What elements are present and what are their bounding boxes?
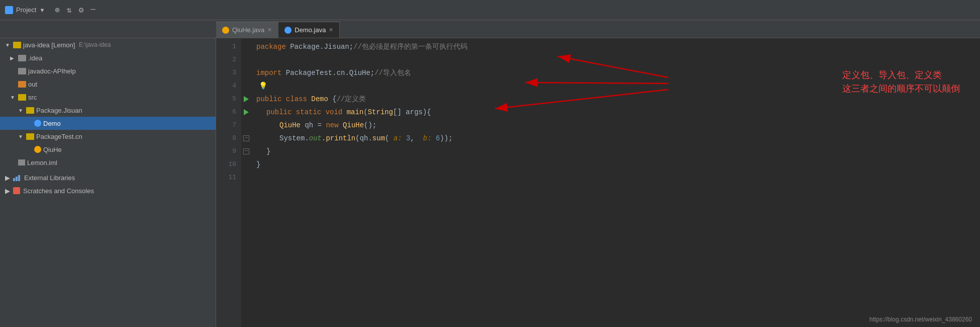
- gutter-5[interactable]: [241, 93, 251, 106]
- code-area[interactable]: package Package.Jisuan;//包必须是程序的第一条可执行代码…: [251, 38, 980, 327]
- file-icon: [34, 120, 41, 127]
- tab-demo-close[interactable]: ✕: [329, 27, 333, 33]
- line-num-2: 2: [216, 53, 236, 66]
- gutter-column: − −: [241, 38, 251, 327]
- settings-gear-icon[interactable]: ⚙: [79, 5, 84, 15]
- code-line-11: [251, 171, 980, 184]
- keyword: class: [286, 93, 307, 106]
- class-name: Demo: [311, 93, 328, 106]
- line-num-3: 3: [216, 66, 236, 79]
- line-num-5: 5: [216, 93, 236, 106]
- code-line-7: QiuHe qh = new QiuHe();: [251, 119, 980, 132]
- sidebar-item-packagetest[interactable]: ▼ PackageTest.cn: [0, 130, 216, 143]
- demo-file-icon: [284, 27, 291, 34]
- gutter-6[interactable]: [241, 106, 251, 119]
- folder-icon: [18, 68, 26, 74]
- code-line-2: [251, 53, 980, 66]
- title-bar: Project ▼ ⊕ ⇅ ⚙ —: [0, 0, 980, 20]
- folder-icon: [18, 81, 26, 88]
- line-num-6: 6: [216, 106, 236, 119]
- url-text: https://blog.csdn.net/weixin_43860260: [869, 316, 972, 323]
- add-file-button[interactable]: ⊕: [55, 5, 60, 15]
- main-content: ▼ java-idea [Lemon] E:\java-idea ▶ .idea…: [0, 38, 980, 327]
- sidebar-item-idea[interactable]: ▶ .idea: [0, 51, 216, 64]
- sidebar-item-scratches[interactable]: ▶ Scratches and Consoles: [0, 184, 216, 197]
- url-bar: https://blog.csdn.net/weixin_43860260: [869, 316, 972, 323]
- code-line-6: public static void main(String[] args){: [251, 106, 980, 119]
- line-num-8: 8: [216, 132, 236, 145]
- sidebar-item-lemon-iml[interactable]: Lemon.iml: [0, 156, 216, 169]
- sidebar-label: java-idea [Lemon]: [23, 41, 77, 49]
- arrow-icon: ▶: [10, 55, 16, 61]
- code-editor[interactable]: 1 2 3 4 5 6 7 8 9 10 11: [216, 38, 980, 327]
- code-line-5: public class Demo {//定义类: [251, 93, 980, 106]
- sidebar-item-java-idea[interactable]: ▼ java-idea [Lemon] E:\java-idea: [0, 38, 216, 51]
- gutter-3: [241, 66, 251, 79]
- collapse-button[interactable]: —: [90, 5, 95, 15]
- gutter-8: −: [241, 132, 251, 145]
- spacer: [10, 160, 16, 166]
- type-name: String: [368, 106, 393, 119]
- gutter-9: −: [241, 145, 251, 158]
- spacer: [26, 121, 32, 126]
- keyword: package: [256, 40, 286, 53]
- sidebar-label: QiuHe: [43, 146, 62, 153]
- tab-qiuhe-close[interactable]: ✕: [267, 27, 272, 33]
- folder-icon: [13, 42, 21, 48]
- sidebar-item-qiuhe[interactable]: QiuHe: [0, 143, 216, 156]
- line-num-10: 10: [216, 158, 236, 171]
- arrow-icon: ▶: [5, 174, 10, 182]
- keyword: void: [326, 106, 343, 119]
- param: args: [406, 106, 423, 119]
- tab-demo[interactable]: Demo.java ✕: [278, 22, 340, 38]
- sidebar-item-out[interactable]: out: [0, 77, 216, 91]
- sidebar-label: Lemon.iml: [27, 159, 57, 167]
- tab-demo-label: Demo.java: [295, 26, 326, 34]
- gutter-7: [241, 119, 251, 132]
- code-line-10: }: [251, 158, 980, 171]
- external-libraries-label: External Libraries: [24, 174, 75, 182]
- tab-qiuhe-label: QiuHe.java: [232, 26, 264, 34]
- fold-icon[interactable]: −: [243, 148, 249, 154]
- sort-button[interactable]: ⇅: [67, 5, 72, 15]
- tab-qiuhe[interactable]: QiuHe.java ✕: [216, 22, 278, 38]
- keyword: public: [266, 106, 291, 119]
- sidebar-item-external-libraries[interactable]: ▶ External Libraries: [0, 171, 216, 184]
- project-dropdown-icon[interactable]: ▼: [39, 7, 45, 13]
- run-arrow-icon: [244, 109, 249, 115]
- sidebar-label: javadoc-APIhelp: [28, 67, 76, 75]
- arrow-icon: ▼: [18, 134, 24, 139]
- sidebar-path: E:\java-idea: [79, 41, 111, 48]
- method-name: main: [347, 106, 364, 119]
- gutter-1: [241, 40, 251, 53]
- type-name: QiuHe: [279, 119, 301, 132]
- code-line-1: package Package.Jisuan;//包必须是程序的第一条可执行代码: [251, 40, 980, 53]
- gutter-10: [241, 158, 251, 171]
- sidebar-item-demo[interactable]: Demo: [0, 117, 216, 130]
- sidebar-item-src[interactable]: ▼ src: [0, 91, 216, 104]
- code-line-4: 💡: [251, 79, 980, 93]
- lightbulb-icon: 💡: [259, 79, 267, 93]
- project-icon: [5, 6, 13, 14]
- project-header[interactable]: Project ▼: [5, 6, 45, 14]
- code-line-8: System.out.println(qh.sum( a: 3, b: 6));: [251, 132, 980, 145]
- sidebar-label: .idea: [28, 54, 42, 62]
- iml-file-icon: [18, 159, 25, 166]
- keyword: new: [326, 119, 338, 132]
- method-name: println: [326, 132, 355, 145]
- sidebar: ▼ java-idea [Lemon] E:\java-idea ▶ .idea…: [0, 38, 216, 327]
- line-num-11: 11: [216, 171, 236, 184]
- sidebar-item-package-jisuan[interactable]: ▼ Package.Jisuan: [0, 104, 216, 117]
- code-line-9: }: [251, 145, 980, 158]
- arrow-icon: ▼: [5, 42, 11, 48]
- file-icon: [34, 146, 41, 153]
- title-bar-actions: ⊕ ⇅ ⚙ —: [55, 5, 95, 15]
- arrow-icon: ▼: [18, 108, 24, 113]
- fold-icon[interactable]: −: [243, 135, 249, 141]
- line-num-4: 4: [216, 79, 236, 93]
- spacer: [26, 147, 32, 152]
- external-libraries-icon: [13, 174, 21, 181]
- qiuhe-file-icon: [222, 27, 229, 34]
- sidebar-item-javadoc[interactable]: javadoc-APIhelp: [0, 64, 216, 77]
- keyword: public: [256, 93, 281, 106]
